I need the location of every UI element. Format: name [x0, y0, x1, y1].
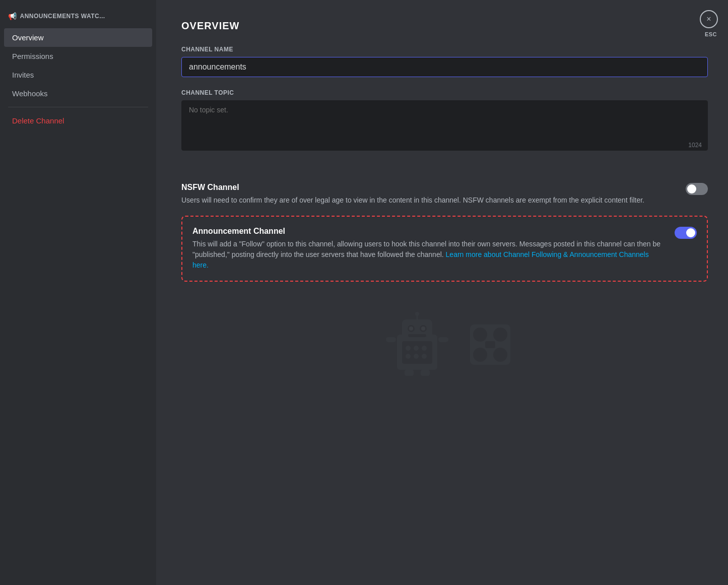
- svg-rect-9: [402, 341, 432, 364]
- nsfw-toggle-content: NSFW Channel Users will need to confirm …: [181, 183, 676, 206]
- svg-rect-17: [438, 337, 448, 342]
- announcement-toggle-content: Announcement Channel This will add a "Fo…: [192, 227, 665, 271]
- announcement-description: This will add a "Follow" option to this …: [192, 239, 665, 271]
- channel-topic-label: CHANNEL TOPIC: [181, 89, 708, 96]
- sidebar-item-invites[interactable]: Invites: [4, 66, 152, 84]
- channel-header-text: ANNOUNCEMENTS WATC...: [20, 13, 105, 20]
- announcement-title: Announcement Channel: [192, 227, 665, 236]
- announcement-channel-box: Announcement Channel This will add a "Fo…: [181, 216, 708, 282]
- channel-header: 📢 ANNOUNCEMENTS WATC...: [0, 8, 156, 28]
- sidebar-item-label-overview: Overview: [12, 33, 44, 42]
- close-button[interactable]: ×: [700, 10, 718, 28]
- channel-topic-textarea[interactable]: [181, 100, 708, 151]
- sidebar-item-webhooks[interactable]: Webhooks: [4, 84, 152, 103]
- sidebar-item-delete-channel[interactable]: Delete Channel: [4, 111, 152, 130]
- svg-rect-19: [421, 370, 430, 376]
- svg-point-11: [414, 346, 419, 351]
- svg-point-23: [473, 348, 487, 362]
- svg-point-5: [421, 327, 425, 331]
- bottom-illustration: [181, 312, 708, 377]
- svg-point-14: [414, 354, 419, 359]
- channel-name-input[interactable]: [181, 57, 708, 77]
- announcements-icon: 📢: [8, 12, 17, 20]
- char-count: 1024: [688, 142, 702, 149]
- sidebar-nav: OverviewPermissionsInvitesWebhooksDelete…: [0, 28, 156, 130]
- sidebar-item-overview[interactable]: Overview: [4, 28, 152, 47]
- nsfw-toggle-thumb: [687, 184, 696, 193]
- sidebar-item-label-delete-channel: Delete Channel: [12, 116, 64, 125]
- nsfw-toggle-switch[interactable]: [686, 183, 708, 195]
- sidebar-item-label-permissions: Permissions: [12, 52, 53, 60]
- svg-point-22: [493, 328, 507, 342]
- sidebar-item-label-webhooks: Webhooks: [12, 89, 48, 98]
- svg-point-10: [406, 346, 411, 351]
- svg-point-12: [422, 346, 427, 351]
- nsfw-description: Users will need to confirm they are of o…: [181, 195, 676, 206]
- channel-topic-container: 1024: [181, 100, 708, 153]
- svg-point-15: [422, 354, 427, 359]
- svg-point-24: [493, 348, 507, 362]
- announcement-toggle-switch[interactable]: [675, 227, 697, 239]
- close-icon: ×: [706, 15, 711, 24]
- speaker-svg: [468, 322, 513, 367]
- sidebar-item-label-invites: Invites: [12, 71, 34, 79]
- announcement-toggle-thumb: [686, 228, 695, 237]
- svg-point-13: [406, 354, 411, 359]
- nsfw-toggle-row: NSFW Channel Users will need to confirm …: [181, 173, 708, 216]
- announcement-toggle-row: Announcement Channel This will add a "Fo…: [192, 227, 697, 271]
- sidebar-item-permissions[interactable]: Permissions: [4, 47, 152, 66]
- svg-rect-16: [386, 337, 396, 342]
- svg-point-7: [415, 312, 419, 316]
- nsfw-title: NSFW Channel: [181, 183, 676, 192]
- robot-svg: [377, 312, 457, 377]
- page-title: OVERVIEW: [181, 20, 708, 32]
- main-content: × ESC OVERVIEW CHANNEL NAME CHANNEL TOPI…: [156, 0, 728, 585]
- svg-rect-25: [485, 341, 495, 348]
- robot-illustration: [377, 312, 513, 377]
- sidebar: 📢 ANNOUNCEMENTS WATC... OverviewPermissi…: [0, 0, 156, 585]
- svg-point-21: [473, 328, 487, 342]
- sidebar-divider: [8, 107, 148, 107]
- svg-rect-8: [408, 334, 426, 337]
- esc-label: ESC: [705, 31, 717, 37]
- channel-name-label: CHANNEL NAME: [181, 46, 708, 53]
- svg-rect-18: [405, 370, 414, 376]
- svg-point-4: [409, 327, 413, 331]
